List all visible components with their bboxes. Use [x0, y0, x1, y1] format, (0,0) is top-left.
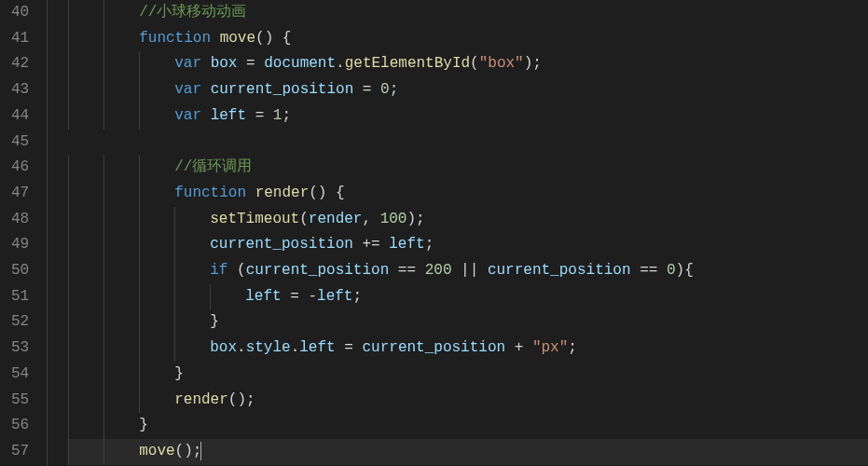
- code-token: 100: [380, 211, 407, 227]
- code-token: [336, 339, 345, 356]
- code-token: [451, 262, 461, 279]
- code-token: 0: [667, 262, 676, 279]
- code-token: ;: [425, 236, 434, 253]
- indent-guide: [68, 439, 103, 465]
- indent-guide: [68, 155, 103, 181]
- code-token: current_position: [246, 262, 390, 279]
- code-token: () {: [255, 30, 291, 47]
- code-token: [389, 262, 398, 279]
- code-token: document: [264, 55, 336, 72]
- code-token: var: [174, 55, 201, 72]
- code-token: current_position: [488, 262, 631, 279]
- code-line[interactable]: setTimeout(render, 100);: [68, 207, 868, 233]
- code-token: render: [174, 391, 228, 408]
- code-line[interactable]: }: [68, 309, 868, 336]
- indent-guide: [68, 26, 103, 52]
- indent-guide: [103, 77, 139, 103]
- code-token: [631, 262, 641, 279]
- code-token: +: [515, 339, 532, 356]
- indent-guide: [210, 284, 245, 310]
- code-token: [201, 55, 211, 72]
- code-token: left: [299, 339, 335, 356]
- indent-guide: [68, 362, 103, 388]
- code-token: .: [237, 339, 246, 356]
- code-line[interactable]: render();: [68, 388, 868, 414]
- indent-guide: [139, 309, 174, 336]
- line-number: 49: [11, 232, 29, 258]
- code-line[interactable]: if (current_position == 200 || current_p…: [68, 258, 868, 284]
- code-token: move: [220, 30, 255, 47]
- code-token: }: [139, 417, 148, 433]
- indent-guide: [68, 258, 103, 284]
- code-token: var: [174, 107, 201, 124]
- code-line[interactable]: //循环调用: [68, 155, 868, 181]
- line-number: 47: [11, 181, 29, 207]
- line-number: 51: [11, 284, 29, 310]
- code-token: "px": [532, 339, 568, 356]
- indent-guide: [68, 284, 103, 310]
- code-token: style: [246, 339, 291, 356]
- indent-guide: [139, 77, 174, 103]
- indent-guide: [103, 51, 139, 77]
- code-line[interactable]: left = -left;: [68, 284, 868, 310]
- code-line[interactable]: current_position += left;: [68, 232, 868, 258]
- code-token: ;: [282, 107, 291, 124]
- code-line[interactable]: box.style.left = current_position + "px"…: [68, 336, 868, 362]
- code-token: }: [210, 313, 219, 330]
- indent-guide: [68, 77, 103, 103]
- indent-guide: [103, 388, 139, 414]
- code-line[interactable]: var current_position = 0;: [68, 77, 868, 103]
- line-number: 42: [11, 51, 29, 77]
- code-token: .: [336, 55, 345, 72]
- code-token: =: [344, 339, 362, 356]
- indent-guide: [68, 413, 103, 439]
- code-line[interactable]: move();: [68, 439, 868, 465]
- indent-guide: [103, 207, 139, 233]
- line-number: 57: [11, 439, 29, 465]
- code-line[interactable]: function render() {: [68, 181, 868, 207]
- line-number: 53: [11, 336, 29, 362]
- code-area[interactable]: //小球移动动画function move() {var box = docum…: [66, 0, 868, 466]
- line-number: 52: [11, 309, 29, 336]
- code-token: ;: [352, 288, 362, 305]
- code-token: () {: [309, 185, 344, 201]
- code-editor[interactable]: 404142434445464748495051525354555657 //小…: [0, 0, 868, 466]
- code-line[interactable]: function move() {: [68, 26, 868, 52]
- code-token: =: [363, 81, 380, 98]
- line-number: 45: [11, 130, 29, 156]
- code-line[interactable]: }: [68, 413, 868, 439]
- indent-guide: [139, 258, 174, 284]
- code-line[interactable]: }: [68, 362, 868, 388]
- code-token: current_position: [362, 339, 505, 356]
- indent-guide: [103, 284, 139, 310]
- code-line[interactable]: var box = document.getElementById("box")…: [68, 51, 868, 77]
- code-line[interactable]: //小球移动动画: [68, 0, 868, 26]
- code-token: +=: [362, 236, 389, 253]
- code-token: ==: [640, 262, 667, 279]
- line-number: 40: [11, 0, 29, 26]
- code-token: left: [317, 288, 352, 305]
- code-token: function: [139, 30, 211, 47]
- code-token: [211, 30, 220, 47]
- indent-guide: [174, 336, 210, 362]
- indent-guide: [139, 181, 174, 207]
- indent-guide: [139, 388, 174, 414]
- indent-guide: [103, 232, 139, 258]
- code-token: }: [174, 365, 184, 382]
- indent-guide: [139, 362, 174, 388]
- indent-guide: [103, 309, 139, 336]
- indent-guide: [103, 413, 139, 439]
- indent-guide: [68, 232, 103, 258]
- code-line[interactable]: [68, 130, 868, 156]
- line-number: 44: [11, 103, 29, 130]
- indent-guide: [68, 388, 103, 414]
- code-token: ){: [676, 262, 694, 279]
- line-number: 54: [11, 362, 29, 388]
- code-token: "box": [479, 55, 524, 72]
- indent-guide: [68, 207, 103, 233]
- indent-guide: [68, 51, 103, 77]
- indent-guide: [68, 0, 103, 26]
- indent-guide: [139, 155, 174, 181]
- code-line[interactable]: var left = 1;: [68, 103, 868, 130]
- code-token: var: [174, 81, 201, 98]
